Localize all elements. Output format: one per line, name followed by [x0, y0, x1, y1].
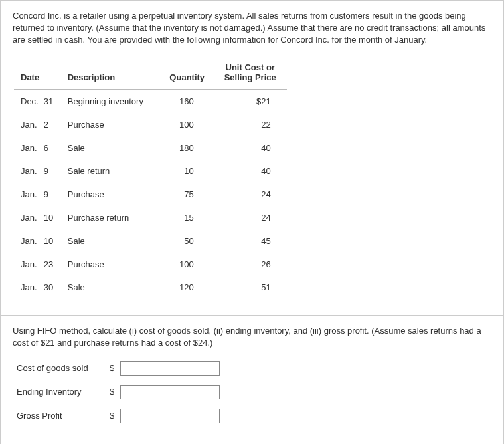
gross-row: Gross Profit $	[17, 409, 491, 423]
ending-row: Ending Inventory $	[17, 385, 491, 399]
gross-label: Gross Profit	[17, 411, 110, 421]
table-body: Dec. 31 Beginning inventory 160 $21 Jan.…	[14, 89, 287, 299]
table-row: Jan. 23 Purchase 100 26	[14, 253, 287, 276]
instruction-text: Using FIFO method, calculate (i) cost of…	[13, 325, 491, 349]
table-row: Jan. 30 Sale 120 51	[14, 276, 287, 299]
ending-label: Ending Inventory	[17, 387, 110, 397]
cogs-input[interactable]	[120, 361, 220, 376]
ending-input[interactable]	[120, 385, 220, 399]
question-panel: Concord Inc. is a retailer using a perpe…	[0, 0, 504, 316]
table-row: Jan. 10 Purchase return 15 24	[14, 206, 287, 229]
col-quantity: Quantity	[161, 58, 214, 90]
table-row: Jan. 10 Sale 50 45	[14, 229, 287, 253]
cogs-label: Cost of goods sold	[17, 363, 110, 373]
cogs-row: Cost of goods sold $	[17, 361, 491, 376]
currency-symbol: $	[110, 411, 120, 421]
table-row: Jan. 9 Purchase 75 24	[14, 183, 287, 206]
col-date: Date	[14, 58, 61, 90]
transactions-table: Date Description Quantity Unit Cost or S…	[14, 58, 287, 299]
table-row: Dec. 31 Beginning inventory 160 $21	[14, 89, 287, 113]
col-description: Description	[61, 58, 161, 90]
gross-input[interactable]	[120, 409, 220, 423]
table-row: Jan. 2 Purchase 100 22	[14, 113, 287, 136]
intro-text: Concord Inc. is a retailer using a perpe…	[13, 10, 491, 47]
answer-panel: Using FIFO method, calculate (i) cost of…	[0, 316, 504, 444]
table-row: Jan. 9 Sale return 10 40	[14, 160, 287, 183]
col-price: Unit Cost or Selling Price	[214, 58, 287, 90]
inputs-block: Cost of goods sold $ Ending Inventory $ …	[17, 361, 491, 423]
table-row: Jan. 6 Sale 180 40	[14, 136, 287, 160]
currency-symbol: $	[110, 363, 120, 373]
currency-symbol: $	[110, 387, 120, 397]
